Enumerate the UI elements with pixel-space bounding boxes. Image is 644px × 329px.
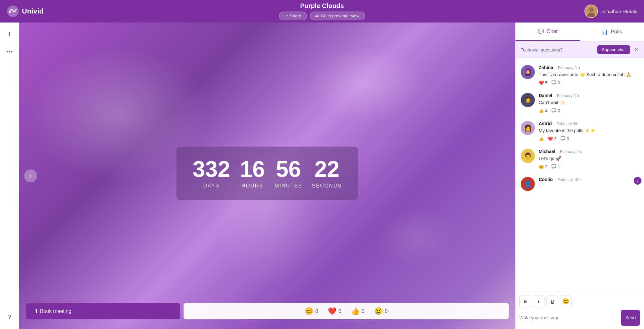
- chat-input-area: B I U 😊 Send: [516, 292, 644, 329]
- reactions-bar: 😊 0 ❤️ 0 👍 0 😢 0: [184, 303, 509, 319]
- reaction-thumbsup[interactable]: 👍 0: [351, 307, 365, 315]
- support-text: Technical questions?: [521, 47, 563, 52]
- chat-messages: 🧕 Zabina · February 9th This is so aweso…: [516, 58, 644, 292]
- reaction-heart[interactable]: ❤️ 0: [328, 307, 341, 315]
- message-author: Zabina: [539, 65, 553, 70]
- seconds-unit: 22 SECONDS: [312, 158, 342, 188]
- avatar: 👨: [521, 149, 535, 163]
- italic-button[interactable]: I: [533, 296, 545, 307]
- reaction-sad[interactable]: 😢 0: [374, 307, 388, 315]
- days-label: DAYS: [203, 183, 219, 188]
- days-value: 332: [193, 158, 230, 180]
- tab-polls[interactable]: 📊 Polls: [580, 23, 644, 41]
- message-time: · February 10th: [555, 178, 582, 182]
- emoji-button[interactable]: 😊: [560, 296, 572, 307]
- info-button[interactable]: ℹ: [4, 29, 15, 40]
- switch-icon: ⇄: [315, 14, 319, 18]
- hours-label: HOURS: [242, 183, 263, 188]
- list-item: 🧕 Zabina · February 9th This is so aweso…: [516, 61, 644, 89]
- support-banner: Technical questions? Support chat ✕: [516, 41, 644, 58]
- smile-reaction[interactable]: 😊 2: [539, 164, 547, 169]
- more-button[interactable]: •••: [4, 46, 15, 57]
- calendar-icon: ℹ: [35, 308, 37, 314]
- book-meeting-button[interactable]: ℹ Book meeting: [26, 303, 180, 319]
- message-reactions: 😊 2 1: [539, 164, 639, 169]
- message-author: Daniel: [539, 93, 552, 98]
- minutes-unit: 56 MINUTES: [275, 158, 302, 188]
- list-item: 👩 Astrid · February 9th My favorite is t…: [516, 117, 644, 145]
- message-text: Can't wait ✨: [539, 99, 639, 106]
- message-text: Let's go 🚀: [539, 155, 639, 162]
- hours-unit: 16 HOURS: [240, 158, 265, 188]
- seconds-value: 22: [314, 158, 339, 180]
- info-icon: ℹ: [8, 31, 11, 38]
- logo-text: Univid: [22, 7, 43, 15]
- hours-value: 16: [240, 158, 265, 180]
- share-icon: ↗: [285, 14, 288, 18]
- message-text: My favorite is the polls ⚡⚡: [539, 127, 639, 134]
- heart-reaction[interactable]: ❤️ 3: [548, 136, 556, 141]
- comment-reaction[interactable]: 1: [551, 164, 560, 169]
- list-item: 👨 Michael · February 9th Let's go 🚀 😊 2 …: [516, 145, 644, 173]
- help-button[interactable]: ?: [4, 312, 15, 323]
- comment-reaction[interactable]: 0: [560, 136, 569, 141]
- presenter-view-button[interactable]: ⇄ Go to presenter view: [310, 12, 365, 20]
- list-item: 🧔 Daniel · February 9th Can't wait ✨ 👍 4…: [516, 89, 644, 117]
- sad-icon: 😢: [374, 307, 383, 315]
- thumbsup-reaction[interactable]: 👍: [539, 136, 544, 141]
- chat-icon: 💬: [538, 28, 544, 34]
- message-author: Coolio: [539, 177, 553, 182]
- username: Jonathan Rintala: [601, 9, 638, 14]
- scroll-down-badge[interactable]: ↓: [634, 177, 641, 185]
- polls-icon: 📊: [602, 29, 608, 35]
- thumbsup-reaction[interactable]: 👍 4: [539, 108, 547, 113]
- minutes-value: 56: [276, 158, 301, 180]
- message-reactions: 👍 ❤️ 3 0: [539, 136, 639, 141]
- message-author: Michael: [539, 149, 555, 154]
- chat-toolbar: B I U 😊: [519, 296, 640, 307]
- avatar: 🧔: [521, 93, 535, 107]
- list-item: 👤 Coolio · February 10th ↓: [516, 173, 644, 195]
- days-unit: 332 DAYS: [193, 158, 230, 188]
- header: Univid Purple Clouds ↗ Share ⇄ Go to pre…: [0, 0, 644, 23]
- tab-chat[interactable]: 💬 Chat: [516, 23, 580, 41]
- bottom-bar: ℹ Book meeting 😊 0 ❤️ 0 👍 0: [26, 303, 509, 319]
- support-close-button[interactable]: ✕: [634, 46, 639, 53]
- avatar: 👤: [521, 177, 535, 191]
- message-time: · February 9th: [558, 150, 582, 154]
- heart-reaction[interactable]: ❤️ 5: [539, 80, 547, 85]
- send-button[interactable]: Send: [621, 310, 640, 326]
- message-time: · February 9th: [555, 94, 579, 98]
- avatar: 🧕: [521, 65, 535, 79]
- underline-button[interactable]: U: [546, 296, 558, 307]
- message-reactions: 👍 4 0: [539, 108, 639, 113]
- svg-point-1: [9, 11, 11, 13]
- right-panel: 💬 Chat 📊 Polls Technical questions? Supp…: [515, 23, 644, 329]
- comment-reaction[interactable]: 0: [551, 108, 560, 113]
- message-text: This is so awesome ⭐ Such a dope collab …: [539, 71, 639, 78]
- share-button[interactable]: ↗ Share: [279, 12, 307, 20]
- thumbsup-icon: 👍: [351, 307, 360, 315]
- smile-icon: 😊: [305, 307, 313, 315]
- message-reactions: ❤️ 5 0: [539, 80, 639, 85]
- user-profile[interactable]: Jonathan Rintala: [584, 5, 638, 18]
- message-time: · February 9th: [556, 66, 580, 70]
- next-slide-button[interactable]: [24, 169, 37, 182]
- left-sidebar: ℹ ••• ?: [0, 23, 19, 329]
- reaction-smile[interactable]: 😊 0: [305, 307, 318, 315]
- message-input[interactable]: [519, 314, 618, 322]
- heart-icon: ❤️: [328, 307, 336, 315]
- page-title: Purple Clouds: [300, 2, 344, 10]
- more-icon: •••: [6, 49, 13, 55]
- comment-reaction[interactable]: 0: [551, 80, 560, 85]
- svg-point-3: [589, 7, 593, 12]
- minutes-label: MINUTES: [275, 183, 302, 188]
- seconds-label: SECONDS: [312, 183, 342, 188]
- content-area: 332 DAYS 16 HOURS 56 MINUTES 22 SECONDS: [19, 23, 515, 329]
- chat-input-row: Send: [519, 310, 640, 326]
- bold-button[interactable]: B: [519, 296, 531, 307]
- support-chat-button[interactable]: Support chat: [597, 45, 630, 54]
- countdown-timer: 332 DAYS 16 HOURS 56 MINUTES 22 SECONDS: [176, 146, 358, 200]
- header-center: Purple Clouds ↗ Share ⇄ Go to presenter …: [279, 2, 365, 20]
- panel-tabs: 💬 Chat 📊 Polls: [516, 23, 644, 41]
